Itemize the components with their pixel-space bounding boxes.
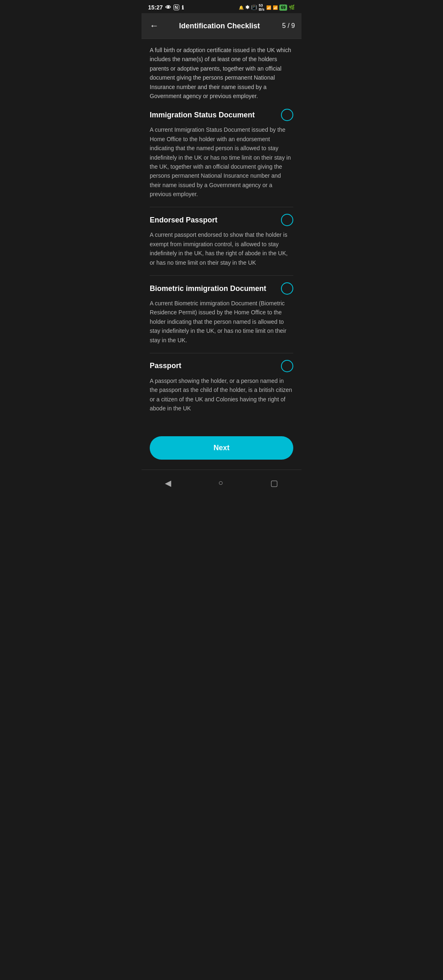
- status-bar: 15:27 👁 N ℹ 🔔 ✱ 📳 53B/s 📶 📶 69 🌿: [142, 0, 301, 13]
- checkbox-endorsed-passport[interactable]: [281, 214, 293, 226]
- divider-2: [150, 353, 293, 353]
- n-icon: N: [174, 5, 179, 10]
- checklist-item-endorsed-passport: Endorsed Passport A current passport end…: [150, 214, 293, 267]
- nav-bar: ◀ ○ ▢: [142, 469, 301, 495]
- item-title-passport: Passport: [150, 362, 281, 370]
- item-title-immigration-status: Immigration Status Document: [150, 111, 281, 119]
- item-title-endorsed-passport: Endorsed Passport: [150, 216, 281, 224]
- back-nav-icon[interactable]: ◀: [157, 475, 179, 491]
- divider-0: [150, 207, 293, 207]
- checkbox-biometric-immigration[interactable]: [281, 282, 293, 295]
- item-description-immigration-status: A current Immigration Status Document is…: [150, 125, 293, 199]
- checklist-item-passport: Passport A passport showing the holder, …: [150, 360, 293, 413]
- data-speed: 53B/s: [259, 3, 265, 11]
- content-area: A full birth or adoption certificate iss…: [142, 39, 301, 428]
- item-header-endorsed-passport: Endorsed Passport: [150, 214, 293, 226]
- signal-icon: 📶: [273, 5, 278, 10]
- back-button[interactable]: ←: [148, 19, 160, 33]
- item-header-passport: Passport: [150, 360, 293, 372]
- bluetooth-icon: ✱: [245, 5, 249, 10]
- battery-indicator: 69: [279, 5, 287, 11]
- wifi-icon: 📶: [266, 5, 271, 10]
- intro-text: A full birth or adoption certificate iss…: [150, 46, 293, 101]
- eye-icon: 👁: [165, 4, 171, 11]
- leaf-icon: 🌿: [289, 5, 295, 10]
- item-description-endorsed-passport: A current passport endorsed to show that…: [150, 230, 293, 267]
- item-description-biometric-immigration: A current Biometric immigration Document…: [150, 299, 293, 345]
- checkbox-passport[interactable]: [281, 360, 293, 372]
- bottom-area: Next: [142, 428, 301, 469]
- item-header-immigration-status: Immigration Status Document: [150, 109, 293, 121]
- home-nav-icon[interactable]: ○: [210, 475, 231, 491]
- status-time: 15:27: [148, 4, 163, 11]
- status-left: 15:27 👁 N ℹ: [148, 4, 184, 11]
- page-counter: 5 / 9: [279, 22, 295, 30]
- item-title-biometric-immigration: Biometric immigration Document: [150, 284, 281, 293]
- item-description-passport: A passport showing the holder, or a pers…: [150, 376, 293, 413]
- vibrate-icon: 📳: [251, 5, 257, 10]
- top-bar: ← Identification Checklist 5 / 9: [142, 13, 301, 39]
- checklist-container: Immigration Status Document A current Im…: [150, 109, 293, 413]
- page-title: Identification Checklist: [160, 22, 279, 30]
- item-header-biometric-immigration: Biometric immigration Document: [150, 282, 293, 295]
- checklist-item-biometric-immigration: Biometric immigration Document A current…: [150, 282, 293, 345]
- checklist-item-immigration-status: Immigration Status Document A current Im…: [150, 109, 293, 199]
- info-icon: ℹ: [182, 5, 184, 11]
- next-button[interactable]: Next: [150, 436, 293, 460]
- divider-1: [150, 275, 293, 276]
- recents-nav-icon[interactable]: ▢: [262, 475, 286, 491]
- alarm-icon: 🔔: [239, 5, 244, 10]
- status-right: 🔔 ✱ 📳 53B/s 📶 📶 69 🌿: [239, 3, 295, 11]
- checkbox-immigration-status[interactable]: [281, 109, 293, 121]
